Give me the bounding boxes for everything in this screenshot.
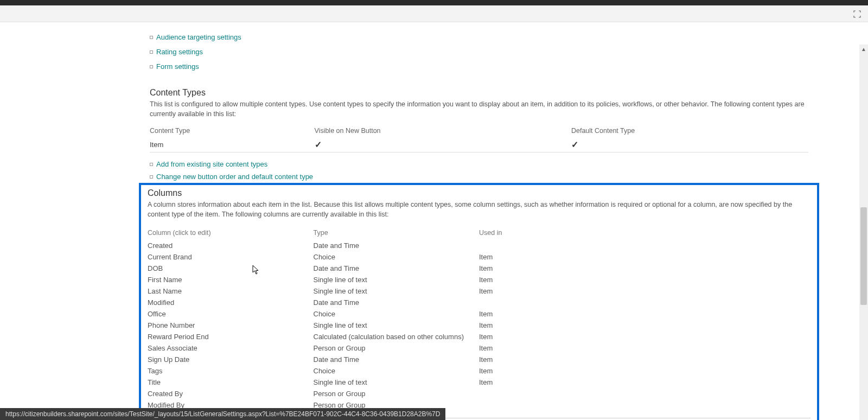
column-name-link[interactable]: Tags [148,367,162,375]
column-used-in: Item [479,308,810,320]
ct-header-name: Content Type [150,124,315,137]
col-header-used: Used in [479,225,810,240]
column-name-link[interactable]: Title [148,378,161,386]
settings-link[interactable]: Audience targeting settings [156,33,241,41]
content-types-description: This list is configured to allow multipl… [150,100,808,119]
content-type-action-item: Add from existing site content types [150,158,808,170]
column-used-in: Item [479,365,810,377]
content-type-action-item: Change new button order and default cont… [150,170,808,183]
settings-content: Audience targeting settingsRating settin… [150,22,808,420]
column-type: Date and Time [314,263,480,274]
column-name-link[interactable]: Current Brand [148,253,192,261]
browser-status-bar: https://citizenbuilders.sharepoint.com/s… [0,408,445,420]
column-row: OfficeChoiceItem [148,308,810,320]
settings-link[interactable]: Form settings [156,62,199,71]
column-type: Person or Group [314,388,480,399]
column-row: Created ByPerson or Group [148,388,810,399]
column-type: Date and Time [314,354,480,365]
column-name-link[interactable]: Reward Period End [148,333,209,341]
content-type-row: Item✓✓ [150,137,808,152]
column-name-link[interactable]: Created By [148,390,183,398]
content-type-visible: ✓ [315,137,571,152]
bullet-icon [150,50,153,54]
column-name-link[interactable]: Sign Up Date [148,355,189,364]
column-used-in [479,399,810,415]
scroll-up-arrow-icon[interactable]: ▲ [859,44,868,53]
column-row: TagsChoiceItem [148,365,810,377]
column-used-in: Item [479,263,810,274]
status-url-text: https://citizenbuilders.sharepoint.com/s… [5,410,440,418]
window-titlebar-dark [0,0,868,5]
column-row: Phone NumberSingle line of textItem [148,320,810,331]
column-used-in: Item [479,251,810,263]
column-type: Single line of text [314,320,480,331]
browser-chrome-strip [0,5,868,22]
col-header-type: Type [314,225,480,240]
ct-header-default: Default Content Type [571,124,808,137]
column-used-in: Item [479,274,810,285]
check-icon: ✓ [571,140,578,149]
column-name-link[interactable]: DOB [148,264,163,272]
column-type: Date and Time [314,297,480,308]
column-name-link[interactable]: First Name [148,276,182,284]
settings-link[interactable]: Rating settings [156,48,203,56]
column-type: Single line of text [314,285,480,297]
column-type: Single line of text [314,377,480,388]
content-type-name[interactable]: Item [150,137,315,152]
column-used-in [479,240,810,251]
column-name-link[interactable]: Last Name [148,287,182,295]
page-body: Audience targeting settingsRating settin… [0,22,868,420]
content-type-action-link[interactable]: Change new button order and default cont… [156,173,313,181]
focus-mode-icon[interactable] [853,10,861,18]
column-row: Reward Period EndCalculated (calculation… [148,331,810,342]
content-type-default: ✓ [571,137,808,152]
columns-heading: Columns [148,188,810,198]
content-types-heading: Content Types [150,88,808,98]
content-types-action-links: Add from existing site content typesChan… [150,158,808,183]
check-icon: ✓ [315,140,322,149]
column-row: Last NameSingle line of textItem [148,285,810,297]
column-used-in: Item [479,320,810,331]
settings-link-item: Rating settings [150,44,808,59]
column-type: Calculated (calculation based on other c… [314,331,480,342]
column-type: Person or Group [314,342,480,354]
content-types-table: Content Type Visible on New Button Defau… [150,124,808,152]
column-type: Choice [314,365,480,377]
columns-description: A column stores information about each i… [148,200,810,219]
column-type: Choice [314,251,480,263]
column-used-in: Item [479,331,810,342]
column-row: Sales AssociatePerson or GroupItem [148,342,810,354]
settings-link-item: Form settings [150,59,808,74]
columns-section-highlighted: Columns A column stores information abou… [139,183,819,420]
column-row: Sign Up DateDate and TimeItem [148,354,810,365]
columns-table: Column (click to edit) Type Used in Crea… [148,225,810,415]
column-name-link[interactable]: Created [148,241,173,250]
column-row: CreatedDate and Time [148,240,810,251]
bullet-icon [150,65,153,68]
column-type: Choice [314,308,480,320]
vertical-scrollbar[interactable]: ▲ ▼ [859,44,868,420]
column-row: First NameSingle line of textItem [148,274,810,285]
column-name-link[interactable]: Office [148,310,166,318]
column-name-link[interactable]: Sales Associate [148,344,197,352]
bullet-icon [150,36,153,39]
scroll-thumb[interactable] [860,207,867,305]
column-used-in: Item [479,285,810,297]
column-used-in: Item [479,354,810,365]
bullet-icon [150,175,153,179]
settings-link-item: Audience targeting settings [150,30,808,44]
column-name-link[interactable]: Modified [148,298,174,307]
column-type: Single line of text [314,274,480,285]
column-row: ModifiedDate and Time [148,297,810,308]
column-used-in: Item [479,377,810,388]
column-row: Current BrandChoiceItem [148,251,810,263]
col-header-name: Column (click to edit) [148,225,314,240]
general-settings-links: Audience targeting settingsRating settin… [150,30,808,74]
ct-header-visible: Visible on New Button [315,124,571,137]
column-type: Date and Time [314,240,480,251]
content-type-action-link[interactable]: Add from existing site content types [156,160,267,168]
content-types-section: Content Types This list is configured to… [150,88,808,183]
column-name-link[interactable]: Phone Number [148,321,195,329]
column-row: TitleSingle line of textItem [148,377,810,388]
column-used-in [479,388,810,399]
